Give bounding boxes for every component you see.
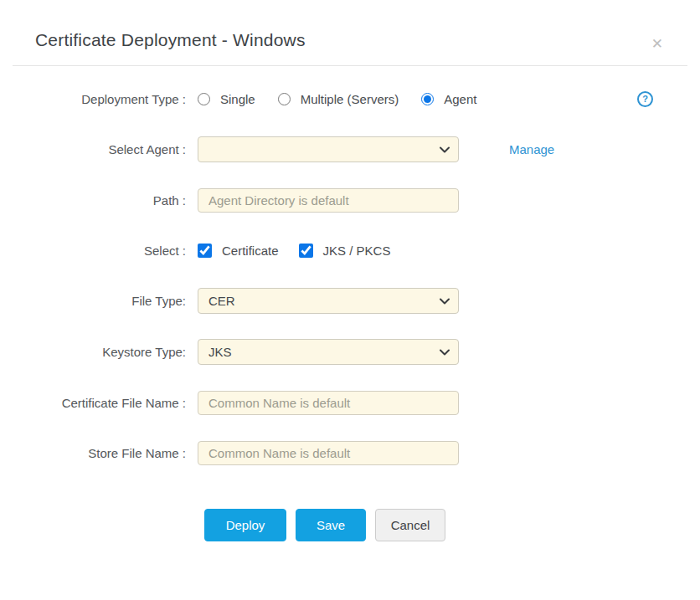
single-radio-label: Single	[220, 92, 255, 106]
deployment-form: Deployment Type : Single Multiple (Serve…	[0, 66, 700, 541]
certificate-file-name-label: Certificate File Name :	[8, 396, 186, 410]
help-icon[interactable]: ?	[637, 91, 653, 107]
row-certificate-file-name: Certificate File Name :	[0, 390, 700, 415]
radio-option-multiple[interactable]: Multiple (Servers)	[278, 92, 399, 106]
certificate-file-name-input[interactable]	[198, 391, 459, 415]
jks-pkcs-checkbox-label: JKS / PKCS	[323, 244, 391, 258]
checkbox-option-jks-pkcs[interactable]: JKS / PKCS	[299, 244, 391, 258]
file-type-wrap: CER	[198, 288, 459, 314]
path-input[interactable]	[198, 188, 459, 213]
row-select: Select : Certificate JKS / PKCS	[0, 238, 700, 263]
radio-option-agent[interactable]: Agent	[421, 92, 476, 106]
certificate-file-name-control	[198, 391, 459, 415]
file-type-dropdown[interactable]: CER	[198, 288, 459, 314]
close-icon[interactable]: ✕	[651, 37, 663, 51]
agent-radio-label: Agent	[444, 92, 476, 106]
path-control	[198, 188, 459, 213]
keystore-type-dropdown[interactable]: JKS	[198, 339, 459, 365]
certificate-deployment-dialog: Certificate Deployment - Windows ✕ Deplo…	[0, 0, 700, 600]
file-type-label: File Type:	[8, 294, 186, 308]
multiple-servers-radio[interactable]	[278, 93, 291, 105]
deploy-button[interactable]: Deploy	[204, 509, 286, 541]
file-type-control: CER	[198, 288, 459, 314]
agent-radio[interactable]	[421, 93, 434, 105]
select-agent-dropdown[interactable]	[198, 136, 459, 162]
select-agent-label: Select Agent :	[8, 142, 186, 156]
select-agent-control: Manage	[198, 136, 554, 162]
select-label: Select :	[8, 244, 186, 258]
cancel-button[interactable]: Cancel	[375, 509, 445, 541]
jks-pkcs-checkbox[interactable]	[299, 244, 313, 258]
save-button[interactable]: Save	[296, 509, 366, 541]
multiple-servers-radio-label: Multiple (Servers)	[301, 92, 399, 106]
certificate-checkbox-label: Certificate	[222, 244, 279, 258]
button-row: Deploy Save Cancel	[0, 509, 700, 541]
certificate-checkbox[interactable]	[198, 244, 212, 258]
store-file-name-input[interactable]	[198, 441, 459, 465]
row-store-file-name: Store File Name :	[0, 440, 700, 465]
store-file-name-control	[198, 441, 459, 465]
checkbox-option-certificate[interactable]: Certificate	[198, 244, 279, 258]
select-options: Certificate JKS / PKCS	[198, 244, 390, 258]
dialog-header: Certificate Deployment - Windows ✕	[0, 0, 700, 65]
path-label: Path :	[8, 193, 186, 208]
keystore-type-wrap: JKS	[198, 339, 459, 365]
radio-option-single[interactable]: Single	[198, 92, 255, 106]
select-agent-wrap	[198, 136, 459, 162]
store-file-name-label: Store File Name :	[8, 446, 186, 460]
row-select-agent: Select Agent : Manage	[0, 136, 700, 162]
deployment-type-options: Single Multiple (Servers) Agent	[198, 92, 476, 106]
row-keystore-type: Keystore Type: JKS	[0, 339, 700, 365]
deployment-type-label: Deployment Type :	[8, 92, 186, 106]
single-radio[interactable]	[198, 93, 210, 105]
manage-link[interactable]: Manage	[509, 142, 554, 156]
row-path: Path :	[0, 187, 700, 213]
row-file-type: File Type: CER	[0, 288, 700, 314]
keystore-type-control: JKS	[198, 339, 459, 365]
row-deployment-type: Deployment Type : Single Multiple (Serve…	[0, 86, 700, 111]
keystore-type-label: Keystore Type:	[8, 345, 186, 359]
dialog-title: Certificate Deployment - Windows	[35, 30, 665, 50]
